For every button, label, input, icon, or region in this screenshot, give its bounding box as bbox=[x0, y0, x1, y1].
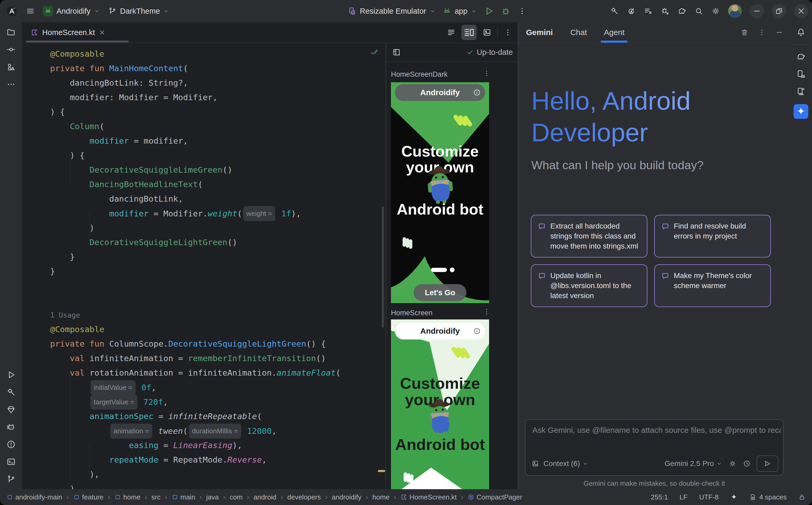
lock-open-icon[interactable] bbox=[798, 493, 806, 501]
breadcrumb-item[interactable]: CompactPager bbox=[467, 493, 522, 501]
more-actions-icon[interactable] bbox=[517, 7, 527, 16]
attach-image-icon[interactable] bbox=[531, 460, 539, 468]
profiler-button[interactable] bbox=[644, 7, 653, 16]
preview-homescreen[interactable]: Androidify Customize your own bbox=[391, 319, 489, 489]
caret-position[interactable]: 255:1 bbox=[651, 493, 668, 501]
title-bar: Androidify DarkTheme Resizable Emulator … bbox=[0, 0, 812, 22]
breadcrumb-item[interactable]: home bbox=[372, 493, 390, 501]
ai-spark-icon[interactable] bbox=[730, 493, 737, 501]
more-tool-windows-button[interactable] bbox=[4, 77, 18, 92]
code-line: ) bbox=[50, 482, 341, 489]
tab-homescreen-kt[interactable]: HomeScreen.kt bbox=[26, 22, 110, 43]
code-line bbox=[50, 279, 341, 293]
search-everywhere-button[interactable] bbox=[694, 7, 703, 16]
settings-button[interactable] bbox=[711, 7, 720, 16]
breadcrumb-item[interactable]: androidify bbox=[332, 493, 362, 501]
preview-menu-icon[interactable] bbox=[483, 308, 491, 316]
code-line: DecorativeSquiggleLimeGreen() bbox=[50, 163, 341, 177]
run-button[interactable] bbox=[4, 367, 18, 382]
suggestion-card-1[interactable]: Extract all hardcoded strings from this … bbox=[531, 215, 648, 258]
user-avatar[interactable] bbox=[728, 4, 742, 18]
branch-selector[interactable]: DarkTheme bbox=[108, 7, 169, 16]
running-devices-button[interactable] bbox=[794, 84, 808, 99]
info-icon[interactable] bbox=[473, 327, 481, 335]
breadcrumb-item[interactable]: src bbox=[151, 493, 161, 501]
hammer-icon bbox=[6, 387, 16, 397]
file-encoding[interactable]: UTF-8 bbox=[699, 493, 719, 501]
code-line: private fun ColumnScope.DecorativeSquigg… bbox=[50, 337, 341, 351]
left-top-icons bbox=[4, 22, 18, 95]
terminal-button[interactable] bbox=[4, 454, 18, 469]
hide-panel-icon[interactable] bbox=[775, 28, 784, 37]
project-selector[interactable]: Androidify bbox=[43, 6, 100, 16]
restore-button[interactable] bbox=[772, 4, 786, 18]
project-button[interactable] bbox=[4, 25, 18, 39]
gradle-button[interactable] bbox=[794, 49, 808, 64]
send-button[interactable] bbox=[757, 456, 778, 472]
breadcrumb-item[interactable]: androidify-main bbox=[6, 493, 62, 501]
app-quality-insights-button[interactable] bbox=[4, 402, 18, 417]
close-tab-icon[interactable] bbox=[99, 29, 106, 36]
headline: Customize bbox=[391, 142, 489, 160]
gemini-tab-agent[interactable]: Agent bbox=[604, 22, 624, 43]
context-selector[interactable]: Context (6) bbox=[544, 459, 580, 468]
gemini-options-icon[interactable] bbox=[758, 28, 766, 37]
problems-button[interactable] bbox=[4, 437, 18, 452]
breadcrumb-item[interactable]: android bbox=[253, 493, 276, 501]
device-selector[interactable]: Resizable Emulator bbox=[348, 7, 436, 16]
suggestion-card-4[interactable]: Make my Theme's color scheme warmer bbox=[654, 265, 771, 307]
suggestion-card-3[interactable]: Update kotlin in @libs.version.toml to t… bbox=[531, 265, 648, 307]
indent-setting[interactable]: 4 spaces bbox=[749, 493, 787, 501]
build-project-button[interactable] bbox=[610, 7, 619, 16]
run-button[interactable] bbox=[484, 6, 494, 16]
inspections-ok-icon[interactable] bbox=[370, 48, 379, 57]
gradle-sync-button[interactable] bbox=[678, 7, 686, 16]
model-selector[interactable]: Gemini 2.5 Pro bbox=[665, 459, 714, 468]
code-view-button[interactable] bbox=[447, 28, 456, 37]
split-view-button[interactable] bbox=[461, 25, 477, 40]
logcat-button[interactable] bbox=[4, 419, 18, 435]
design-view-button[interactable] bbox=[482, 28, 491, 37]
editor-tab-strip: HomeScreen.kt bbox=[22, 22, 517, 43]
info-icon[interactable] bbox=[473, 89, 481, 97]
preview-menu-icon[interactable] bbox=[483, 69, 491, 77]
breadcrumb-item[interactable]: HomeScreen.kt bbox=[400, 493, 457, 501]
gemini-greeting: Hello, Android Developer bbox=[531, 85, 691, 148]
notifications-button[interactable] bbox=[794, 25, 808, 39]
commit-button[interactable] bbox=[4, 42, 18, 57]
breadcrumb-item[interactable]: feature bbox=[73, 493, 103, 501]
device-manager-button[interactable] bbox=[794, 67, 808, 81]
breadcrumb-item[interactable]: home bbox=[114, 493, 140, 501]
gemini-toolwindow-button[interactable] bbox=[794, 104, 808, 119]
line-separator[interactable]: LF bbox=[680, 493, 688, 501]
folder-icon bbox=[6, 27, 16, 37]
lets-go-button[interactable]: Let's Go bbox=[414, 284, 466, 301]
gemini-input-box[interactable]: Ask Gemini, use @filename to attach sour… bbox=[525, 419, 784, 476]
main-menu-icon[interactable] bbox=[26, 7, 35, 16]
breadcrumb-item[interactable]: java bbox=[206, 493, 219, 501]
gemini-tab-chat[interactable]: Chat bbox=[570, 22, 587, 43]
ui-check-mode-icon[interactable] bbox=[392, 48, 401, 57]
run-config-selector[interactable]: app bbox=[442, 7, 477, 16]
minimize-button[interactable] bbox=[750, 4, 764, 18]
gemini-settings-icon[interactable] bbox=[729, 460, 736, 468]
apply-changes-button[interactable] bbox=[627, 7, 636, 16]
build-button[interactable] bbox=[4, 385, 18, 399]
close-button[interactable] bbox=[794, 4, 808, 18]
running-device-icon bbox=[796, 87, 806, 96]
code-editor[interactable]: @Composableprivate fun MainHomeContent( … bbox=[22, 43, 386, 489]
attach-debugger-button[interactable] bbox=[661, 7, 670, 16]
preview-homescreendark[interactable]: Androidify Customize your own bbox=[391, 82, 489, 303]
breadcrumb-item[interactable]: com bbox=[230, 493, 242, 501]
breadcrumb-item[interactable]: main bbox=[171, 493, 195, 501]
debug-button[interactable] bbox=[501, 6, 511, 16]
version-control-button[interactable] bbox=[4, 472, 18, 487]
resource-manager-button[interactable] bbox=[4, 59, 18, 74]
code-line: animationSpec = infiniteRepeatable( bbox=[50, 409, 341, 424]
history-icon[interactable] bbox=[743, 460, 751, 468]
editor-scrollbar[interactable] bbox=[382, 206, 384, 328]
editor-options-icon[interactable] bbox=[503, 28, 512, 37]
suggestion-card-2[interactable]: Find and resolve build errors in my proj… bbox=[654, 215, 771, 258]
breadcrumb-item[interactable]: developers bbox=[287, 493, 321, 501]
delete-conversation-icon[interactable] bbox=[740, 28, 749, 37]
